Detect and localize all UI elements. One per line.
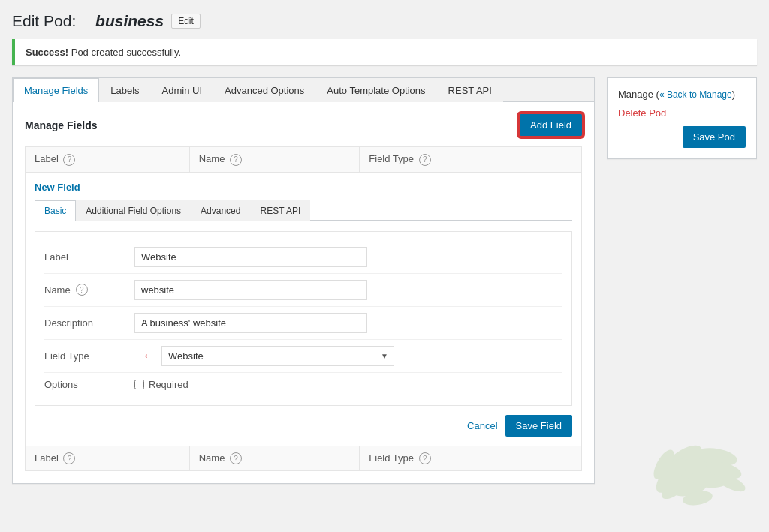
description-field-label: Description	[44, 317, 134, 329]
svg-point-4	[695, 445, 739, 468]
field-type-label: Field Type	[44, 350, 134, 362]
new-field-row: New Field Basic Additional Field Options…	[26, 172, 582, 446]
notice-prefix: Success!	[26, 47, 68, 58]
inner-tabs: Basic Additional Field Options Advanced …	[35, 200, 572, 221]
svg-point-1	[659, 440, 707, 482]
pod-name: business	[95, 12, 164, 30]
tab-labels[interactable]: Labels	[99, 78, 150, 102]
save-field-button[interactable]: Save Field	[505, 415, 572, 437]
options-label: Options	[44, 379, 134, 390]
svg-point-11	[715, 471, 747, 494]
new-field-title: New Field	[35, 182, 572, 193]
main-content: Manage Fields Labels Admin UI Advanced O…	[12, 77, 595, 484]
field-type-row: Field Type ← Website Text Plain Text	[44, 340, 562, 373]
form-actions: Cancel Save Field	[35, 406, 572, 437]
manage-fields-header: Manage Fields Add Field	[25, 114, 582, 136]
tab-rest-api[interactable]: REST API	[437, 78, 503, 102]
sidebar-manage-label: Manage (« Back to Manage)	[618, 89, 746, 100]
required-checkbox-label[interactable]: Required	[134, 379, 188, 390]
manage-fields-title: Manage Fields	[25, 119, 97, 131]
svg-point-10	[650, 446, 678, 482]
content-area: Manage Fields Add Field Label ? Name	[13, 102, 594, 483]
inner-tab-advanced[interactable]: Advanced	[191, 200, 250, 221]
required-label: Required	[149, 379, 188, 390]
leaf-decoration	[626, 389, 761, 509]
col-name-header: Name ?	[189, 147, 360, 173]
field-type-select[interactable]: Website Text Plain Text Paragraph Text N…	[161, 346, 394, 366]
tab-admin-ui[interactable]: Admin UI	[151, 78, 213, 102]
tab-manage-fields[interactable]: Manage Fields	[13, 78, 99, 102]
col-label-header: Label ?	[26, 147, 190, 173]
page-title: Edit Pod: business Edit	[12, 12, 757, 30]
bottom-label-help-icon[interactable]: ?	[63, 452, 75, 464]
svg-point-3	[651, 454, 692, 497]
svg-point-2	[680, 452, 730, 476]
bottom-table-row: Label ? Name ? Field Type ?	[26, 446, 582, 471]
bottom-name-help-icon[interactable]: ?	[230, 452, 242, 464]
inner-tab-basic[interactable]: Basic	[35, 200, 76, 221]
col-fieldtype-header: Field Type ?	[360, 147, 582, 173]
field-form: Label Name ?	[35, 231, 572, 406]
tab-auto-template-options[interactable]: Auto Template Options	[315, 78, 436, 102]
name-row: Name ?	[44, 274, 562, 307]
label-row: Label	[44, 241, 562, 274]
svg-point-5	[670, 474, 710, 500]
edit-pod-button[interactable]: Edit	[171, 14, 201, 29]
cancel-link[interactable]: Cancel	[467, 420, 497, 431]
save-pod-button[interactable]: Save Pod	[683, 126, 746, 148]
main-tabs-nav: Manage Fields Labels Admin UI Advanced O…	[13, 78, 594, 102]
success-notice: Success! Pod created successfully.	[12, 39, 757, 65]
fields-table: Label ? Name ? Field Type ?	[25, 146, 582, 471]
sidebar: Manage (« Back to Manage) Delete Pod Sav…	[607, 77, 757, 168]
label-field-label: Label	[44, 251, 134, 263]
label-input[interactable]	[134, 247, 367, 267]
description-row: Description	[44, 307, 562, 340]
inner-tab-additional-field-options[interactable]: Additional Field Options	[76, 200, 191, 221]
svg-point-8	[704, 458, 743, 482]
options-row: Options Required	[44, 373, 562, 396]
delete-pod-link[interactable]: Delete Pod	[618, 107, 746, 119]
svg-point-6	[689, 470, 729, 489]
label-help-icon[interactable]: ?	[63, 154, 75, 166]
name-field-help-icon[interactable]: ?	[76, 284, 88, 296]
name-help-icon[interactable]: ?	[230, 154, 242, 166]
bottom-col-fieldtype: Field Type ?	[360, 446, 582, 471]
inner-tab-rest-api[interactable]: REST API	[250, 200, 310, 221]
fieldtype-help-icon[interactable]: ?	[419, 154, 431, 166]
svg-point-7	[658, 470, 693, 503]
sidebar-manage-box: Manage (« Back to Manage) Delete Pod Sav…	[607, 77, 757, 159]
name-field-label: Name ?	[44, 284, 134, 296]
description-input[interactable]	[134, 313, 367, 333]
arrow-indicator: ←	[142, 348, 155, 364]
add-field-button[interactable]: Add Field	[520, 114, 582, 136]
bottom-col-label: Label ?	[26, 446, 190, 471]
svg-point-9	[682, 489, 714, 508]
notice-message: Pod created successfully.	[68, 47, 181, 58]
bottom-col-name: Name ?	[189, 446, 360, 471]
name-input[interactable]	[134, 280, 367, 300]
bottom-fieldtype-help-icon[interactable]: ?	[419, 452, 431, 464]
required-checkbox[interactable]	[134, 380, 144, 389]
svg-point-0	[665, 452, 722, 491]
tab-advanced-options[interactable]: Advanced Options	[213, 78, 315, 102]
title-prefix: Edit Pod:	[12, 12, 76, 30]
back-to-manage-link[interactable]: « Back to Manage	[659, 89, 732, 100]
